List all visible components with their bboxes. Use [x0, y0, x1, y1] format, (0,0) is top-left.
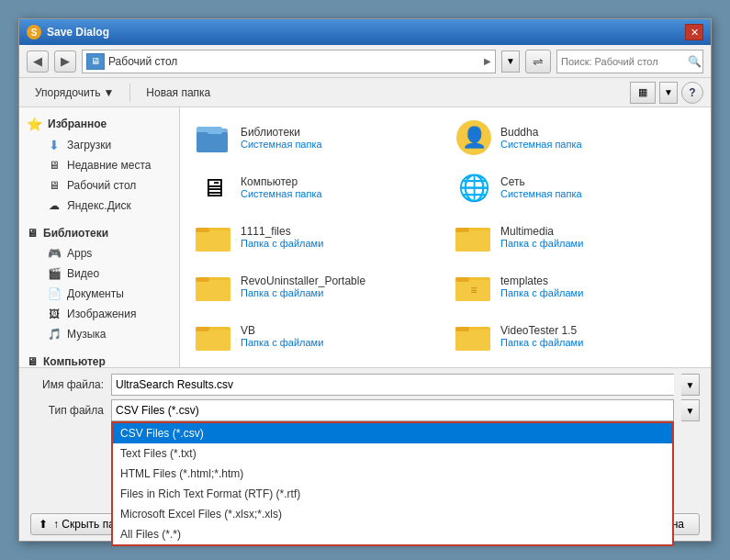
file-item-computer[interactable]: 🖥 Компьютер Системная папка — [187, 164, 444, 210]
computer-type: Системная папка — [241, 188, 322, 199]
filename-row: Имя файла: ▼ — [30, 374, 700, 396]
title-bar: S Save Dialog ✕ — [19, 19, 711, 45]
svg-rect-3 — [197, 127, 209, 132]
organize-label: Упорядочить — [35, 86, 100, 99]
multimedia-name: Multimedia — [500, 225, 583, 238]
filetype-label: Тип файла — [30, 404, 104, 417]
file-item-buddha[interactable]: 👤 Buddha Системная папка — [447, 115, 703, 161]
computer-label: Компьютер — [43, 355, 106, 367]
buddha-icon: 👤 — [455, 120, 493, 155]
sidebar-item-apps[interactable]: 🎮 Apps — [19, 243, 179, 263]
multimedia-type: Папка с файлами — [500, 238, 583, 249]
video-icon: 🎬 — [47, 266, 62, 281]
vb-info: VB Папка с файлами — [241, 324, 323, 348]
svg-rect-19 — [196, 327, 209, 331]
templates-type: Папка с файлами — [500, 287, 583, 298]
filetype-dropdown-list[interactable]: CSV Files (*.csv) Text Files (*.txt) HTM… — [111, 421, 674, 546]
hide-folders-icon: ⬆ — [39, 518, 48, 531]
title-bar-left: S Save Dialog — [27, 25, 109, 39]
sidebar-item-music[interactable]: 🎵 Музыка — [19, 324, 179, 344]
folder-1111-icon — [195, 219, 233, 254]
music-icon: 🎵 — [47, 327, 62, 342]
file-grid: Библиотеки Системная папка 👤 Buddha Сист… — [187, 115, 703, 367]
filetype-value: CSV Files (*.csv) — [116, 404, 199, 417]
sidebar-favorites-header[interactable]: ⭐ Избранное — [19, 113, 179, 135]
svg-text:≡: ≡ — [470, 284, 477, 297]
folder-videotester-icon — [455, 319, 493, 353]
filename-dropdown[interactable]: ▼ — [681, 374, 700, 396]
forward-icon: ▶ — [61, 54, 70, 68]
search-input[interactable] — [561, 56, 688, 67]
help-button[interactable]: ? — [681, 82, 703, 104]
file-item-network[interactable]: 🌐 Сеть Системная папка — [447, 164, 703, 210]
templates-name: templates — [500, 274, 583, 287]
view-dropdown-button[interactable]: ▼ — [659, 82, 678, 104]
filetype-dropdown-button[interactable]: ▼ — [681, 399, 700, 421]
sidebar-item-docs[interactable]: 📄 Документы — [19, 284, 179, 304]
toolbar: Упорядочить ▼ Новая папка ▦ ▼ ? — [19, 78, 711, 107]
file-item-revo[interactable]: RevoUninstaller_Portable Папка с файлами — [187, 263, 444, 309]
back-button[interactable]: ◀ — [27, 50, 49, 73]
computer-icon: 🖥 — [27, 355, 38, 367]
sidebar-item-images[interactable]: 🖼 Изображения — [19, 304, 179, 324]
sidebar: ⭐ Избранное ⬇ Загрузки 🖥 Недавние места … — [19, 107, 180, 367]
folder-vb-icon — [195, 319, 233, 353]
revo-name: RevoUninstaller_Portable — [241, 274, 365, 287]
refresh-icon: ⇌ — [533, 54, 544, 69]
sidebar-item-video[interactable]: 🎬 Видео — [19, 263, 179, 284]
svg-rect-22 — [455, 327, 469, 331]
filetype-display[interactable]: CSV Files (*.csv) — [111, 399, 674, 421]
dropdown-option-rtf[interactable]: Files in Rich Text Format (RTF) (*.rtf) — [113, 484, 672, 504]
file-item-libraries[interactable]: Библиотеки Системная папка — [187, 115, 444, 161]
dropdown-option-all[interactable]: All Files (*.*) — [113, 524, 672, 544]
close-button[interactable]: ✕ — [685, 24, 703, 40]
organize-dropdown-icon: ▼ — [103, 86, 114, 99]
sidebar-libraries-header[interactable]: 🖥 Библиотеки — [19, 223, 179, 243]
svg-rect-6 — [196, 228, 209, 232]
address-location-icon: 🖥 — [86, 53, 105, 70]
svg-rect-11 — [196, 280, 230, 301]
forward-button[interactable]: ▶ — [54, 50, 76, 73]
filename-input[interactable] — [111, 374, 674, 396]
folder-revo-icon — [195, 269, 233, 304]
network-type: Системная папка — [500, 188, 582, 199]
dialog-title: Save Dialog — [47, 26, 109, 39]
vb-type: Папка с файлами — [241, 337, 323, 348]
sidebar-item-recent[interactable]: 🖥 Недавние места — [19, 155, 179, 175]
refresh-button[interactable]: ⇌ — [525, 50, 551, 73]
file-item-templates[interactable]: ≡ templates Папка с файлами — [447, 263, 703, 309]
file-item-multimedia[interactable]: Multimedia Папка с файлами — [447, 214, 703, 260]
computer-file-icon: 🖥 — [195, 170, 233, 205]
dropdown-option-csv[interactable]: CSV Files (*.csv) — [113, 423, 672, 443]
view-button[interactable]: ▦ — [630, 82, 656, 104]
dropdown-option-html[interactable]: HTML Files (*.html;*.htm) — [113, 464, 672, 484]
address-bar[interactable]: 🖥 Рабочий стол ▶ — [82, 50, 496, 73]
organize-button[interactable]: Упорядочить ▼ — [27, 83, 122, 103]
downloads-icon: ⬇ — [47, 138, 62, 152]
images-icon: 🖼 — [47, 307, 62, 321]
address-dropdown-button[interactable]: ▼ — [501, 50, 520, 73]
toolbar-separator — [129, 84, 130, 102]
file-item-1111files[interactable]: 1111_files Папка с файлами — [187, 214, 444, 260]
network-info: Сеть Системная папка — [500, 175, 582, 199]
sidebar-item-downloads[interactable]: ⬇ Загрузки — [19, 135, 179, 155]
svg-rect-21 — [455, 330, 490, 351]
network-icon: 🌐 — [455, 170, 493, 205]
sidebar-computer-header[interactable]: 🖥 Компьютер — [19, 352, 179, 367]
sidebar-item-yandex[interactable]: ☁ Яндекс.Диск — [19, 196, 179, 216]
file-item-vb[interactable]: VB Папка с файлами — [187, 313, 444, 359]
dropdown-option-excel[interactable]: Microsoft Excel Files (*.xlsx;*.xls) — [113, 504, 672, 524]
buddha-type: Системная папка — [500, 139, 582, 150]
help-icon: ? — [689, 86, 695, 99]
recent-icon: 🖥 — [47, 158, 62, 173]
main-area: ⭐ Избранное ⬇ Загрузки 🖥 Недавние места … — [19, 107, 711, 367]
nav-bar: ◀ ▶ 🖥 Рабочий стол ▶ ▼ ⇌ 🔍 — [19, 45, 711, 78]
new-folder-button[interactable]: Новая папка — [138, 83, 219, 103]
file-item-videotester[interactable]: VideoTester 1.5 Папка с файлами — [447, 313, 703, 359]
dropdown-option-txt[interactable]: Text Files (*.txt) — [113, 443, 672, 464]
sidebar-item-desktop[interactable]: 🖥 Рабочий стол — [19, 175, 179, 196]
new-folder-label: Новая папка — [146, 86, 210, 99]
search-icon[interactable]: 🔍 — [688, 55, 702, 68]
search-bar[interactable]: 🔍 — [556, 50, 703, 73]
apps-icon: 🎮 — [47, 246, 62, 261]
